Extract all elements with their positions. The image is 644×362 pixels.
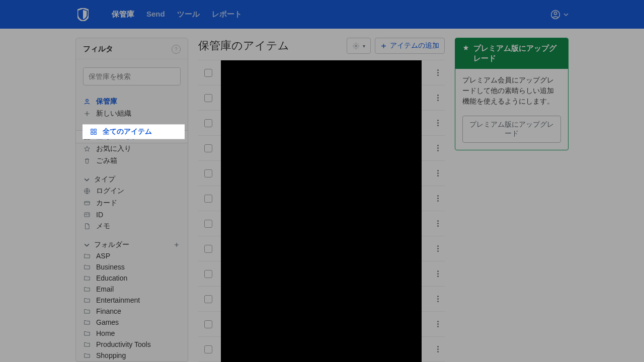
nav-item-0[interactable]: 保管庫 (106, 10, 140, 18)
account-menu[interactable] (550, 10, 569, 20)
search-input[interactable] (83, 67, 181, 85)
promo-title: プレミアム版にアップグレード (473, 43, 561, 64)
user-icon (83, 98, 91, 106)
type-id-label: ID (96, 211, 103, 219)
folder-label: Home (96, 329, 115, 337)
row-more-button[interactable] (433, 95, 443, 101)
folder-icon (83, 252, 91, 260)
folder-item[interactable]: Entertainment (76, 295, 188, 306)
row-more-button[interactable] (433, 321, 443, 327)
folder-item[interactable]: Home (76, 328, 188, 339)
row-checkbox[interactable] (204, 220, 212, 228)
type-note-label: メモ (96, 222, 110, 231)
highlight-label: 全てのアイテム (103, 127, 152, 136)
sidebar-trash-label: ごみ箱 (96, 156, 117, 165)
sidebar-vault-link[interactable]: 保管庫 (76, 96, 188, 108)
folder-label: Shopping (96, 351, 126, 359)
star-icon (83, 145, 91, 153)
folder-item[interactable]: Finance (76, 306, 188, 317)
folder-item[interactable]: Shopping (76, 350, 188, 361)
gear-icon (352, 42, 360, 50)
svg-point-2 (86, 99, 89, 102)
row-checkbox[interactable] (204, 345, 212, 353)
folder-label: Productivity Tools (96, 340, 151, 348)
gear-dropdown-button[interactable]: ▾ (347, 38, 371, 54)
redacted-block (221, 60, 422, 362)
nav-items: 保管庫Sendツールレポート (106, 10, 248, 19)
row-checkbox[interactable] (204, 119, 212, 127)
folder-label: Email (96, 285, 114, 293)
row-more-button[interactable] (433, 120, 443, 126)
folder-label: ASP (96, 252, 110, 260)
row-checkbox[interactable] (204, 295, 212, 303)
row-checkbox[interactable] (204, 94, 212, 102)
row-checkbox[interactable] (204, 245, 212, 253)
row-checkbox[interactable] (204, 270, 212, 278)
folder-header[interactable]: フォルダー (76, 237, 188, 250)
row-checkbox[interactable] (204, 69, 212, 77)
folder-item[interactable]: Email (76, 284, 188, 295)
sidebar-favorites-label: お気に入り (96, 144, 131, 153)
svg-rect-9 (85, 213, 90, 217)
folder-item[interactable]: Games (76, 317, 188, 328)
folder-icon (83, 263, 91, 271)
row-more-button[interactable] (433, 270, 443, 277)
vault-items-title: 保管庫のアイテム (198, 38, 289, 53)
svg-rect-14 (91, 132, 93, 134)
row-more-button[interactable] (433, 145, 443, 151)
nav-item-1[interactable]: Send (140, 10, 171, 18)
type-login-label: ログイン (96, 187, 124, 196)
folder-header-label: フォルダー (94, 240, 129, 249)
type-note[interactable]: メモ (76, 220, 188, 232)
type-card-label: カード (96, 199, 117, 208)
folder-item[interactable]: Business (76, 261, 188, 273)
row-more-button[interactable] (433, 195, 443, 202)
row-more-button[interactable] (433, 170, 443, 176)
svg-point-10 (86, 214, 87, 215)
account-icon (550, 10, 560, 20)
highlight-all-items[interactable]: 全てのアイテム (83, 124, 185, 139)
trash-icon (83, 157, 91, 165)
folder-label: Education (96, 274, 127, 282)
card-icon (83, 199, 91, 207)
folder-item[interactable]: Productivity Tools (76, 339, 188, 350)
folder-icon (83, 307, 91, 315)
folder-label: Finance (96, 307, 121, 315)
type-card[interactable]: カード (76, 197, 188, 209)
row-checkbox[interactable] (204, 144, 212, 152)
svg-rect-15 (94, 132, 96, 134)
row-checkbox[interactable] (204, 195, 212, 203)
promo-upgrade-button[interactable]: プレミアム版にアップグレード (462, 116, 561, 143)
help-icon[interactable]: ? (172, 45, 181, 54)
grid-icon (90, 128, 98, 136)
row-checkbox[interactable] (204, 169, 212, 177)
chevron-down-icon (83, 176, 90, 183)
type-login[interactable]: ログイン (76, 185, 188, 197)
type-id[interactable]: ID (76, 209, 188, 220)
folder-icon (83, 285, 91, 293)
row-more-button[interactable] (433, 346, 443, 352)
sidebar-new-org-label: 新しい組織 (96, 109, 131, 118)
folder-item[interactable]: Social (76, 361, 188, 361)
row-more-button[interactable] (433, 245, 443, 252)
folder-item[interactable]: ASP (76, 250, 188, 261)
filter-sidebar: フィルタ ? 保管庫 新しい組織 (75, 38, 188, 362)
add-folder-button[interactable] (173, 241, 181, 249)
folder-item[interactable]: Education (76, 273, 188, 284)
nav-item-3[interactable]: レポート (206, 10, 248, 18)
top-navbar: 保管庫Sendツールレポート (0, 0, 644, 29)
sidebar-new-org[interactable]: 新しい組織 (76, 108, 188, 120)
folder-label: Entertainment (96, 296, 140, 304)
row-more-button[interactable] (433, 296, 443, 302)
row-more-button[interactable] (433, 220, 443, 227)
globe-icon (83, 187, 91, 195)
folder-icon (83, 274, 91, 282)
row-more-button[interactable] (433, 69, 443, 76)
nav-item-2[interactable]: ツール (171, 10, 206, 18)
sidebar-trash[interactable]: ごみ箱 (76, 155, 188, 167)
svg-point-1 (554, 12, 556, 14)
type-header[interactable]: タイプ (76, 172, 188, 185)
add-item-button[interactable]: アイテムの追加 (375, 38, 445, 54)
sidebar-favorites[interactable]: お気に入り (76, 143, 188, 155)
row-checkbox[interactable] (204, 320, 212, 328)
